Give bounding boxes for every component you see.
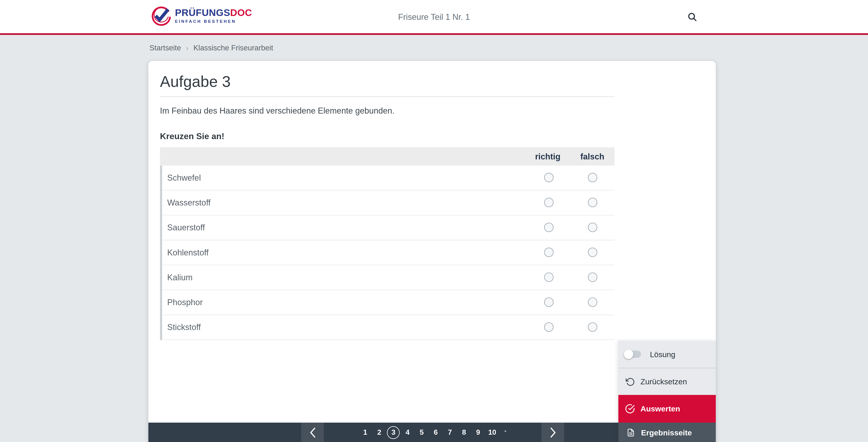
radio-cell-falsch xyxy=(570,198,614,207)
radio-cell-richtig xyxy=(527,198,570,207)
table-row: Phosphor xyxy=(162,290,615,315)
radio-cell-falsch xyxy=(570,223,614,232)
radio-richtig[interactable] xyxy=(544,273,553,282)
table-row: Schwefel xyxy=(162,166,615,190)
search-icon xyxy=(687,11,697,22)
breadcrumb: Startseite › Klassische Friseurarbeit xyxy=(0,35,868,61)
row-label: Phosphor xyxy=(162,298,528,307)
page-number-5[interactable]: 5 xyxy=(414,428,429,436)
table-row: Sauerstoff xyxy=(162,215,615,240)
row-label: Sauerstoff xyxy=(162,223,528,232)
row-label: Kalium xyxy=(162,273,528,282)
radio-richtig[interactable] xyxy=(544,223,553,232)
evaluate-button[interactable]: Auswerten xyxy=(618,395,716,423)
breadcrumb-home[interactable]: Startseite xyxy=(150,44,181,52)
table-row: Wasserstoff xyxy=(162,190,615,215)
page-number-4[interactable]: 4 xyxy=(401,428,414,436)
task-intro: Im Feinbau des Haares sind verschiedene … xyxy=(160,106,615,115)
table-body: Schwefel Wasserstoff Sauerstoff Kohlenst… xyxy=(160,166,615,340)
breadcrumb-separator-icon: › xyxy=(186,44,188,52)
radio-cell-falsch xyxy=(570,173,614,182)
radio-cell-richtig xyxy=(527,273,570,282)
radio-falsch[interactable] xyxy=(588,173,597,182)
page-number-8[interactable]: 8 xyxy=(457,428,471,436)
radio-richtig[interactable] xyxy=(544,198,553,207)
reset-label: Zurücksetzen xyxy=(641,377,687,386)
pagination-more-dot xyxy=(504,430,506,432)
title-divider xyxy=(160,96,615,97)
row-label: Stickstoff xyxy=(162,323,528,332)
document-icon xyxy=(625,428,636,438)
row-label: Wasserstoff xyxy=(162,198,528,207)
radio-cell-falsch xyxy=(570,298,614,307)
page-number-9[interactable]: 9 xyxy=(471,428,485,436)
page-list: 12345678910 xyxy=(358,423,506,442)
page-number-2[interactable]: 2 xyxy=(372,428,386,436)
table-row: Kohlenstoff xyxy=(162,240,615,265)
column-header-richtig: richtig xyxy=(525,152,570,161)
page-title: Friseure Teil 1 Nr. 1 xyxy=(0,12,868,21)
results-page-button[interactable]: Ergebnisseite xyxy=(618,423,716,442)
page-number-6[interactable]: 6 xyxy=(429,428,443,436)
radio-cell-richtig xyxy=(527,223,570,232)
chevron-right-icon xyxy=(549,427,556,438)
radio-cell-richtig xyxy=(527,173,570,182)
results-label: Ergebnisseite xyxy=(641,428,692,437)
page-number-7[interactable]: 7 xyxy=(443,428,457,436)
page: PRÜFUNGSDOC EINFACH BESTEHEN Friseure Te… xyxy=(0,0,868,442)
radio-richtig[interactable] xyxy=(544,323,553,332)
radio-falsch[interactable] xyxy=(588,223,597,232)
undo-icon xyxy=(625,377,635,387)
row-label: Schwefel xyxy=(162,173,528,182)
radio-falsch[interactable] xyxy=(588,323,597,332)
menu-button[interactable] xyxy=(708,10,717,23)
reset-button[interactable]: Zurücksetzen xyxy=(618,368,716,395)
radio-cell-richtig xyxy=(527,298,570,307)
solution-toggle[interactable] xyxy=(624,351,641,358)
action-panel: Lösung Zurücksetzen Auswerten xyxy=(618,341,716,442)
radio-cell-falsch xyxy=(570,248,614,257)
evaluate-label: Auswerten xyxy=(641,404,680,413)
search-button[interactable] xyxy=(686,10,698,23)
question-table: richtig falsch Schwefel Wasserstoff Saue… xyxy=(160,147,615,340)
radio-cell-richtig xyxy=(527,323,570,332)
solution-row: Lösung xyxy=(618,341,716,368)
solution-label: Lösung xyxy=(650,350,675,359)
page-number-3[interactable]: 3 xyxy=(386,428,401,436)
chevron-left-icon xyxy=(309,427,316,438)
row-label: Kohlenstoff xyxy=(162,248,528,257)
page-number-10[interactable]: 10 xyxy=(485,428,499,436)
next-page-button[interactable] xyxy=(541,423,564,442)
toggle-knob-icon xyxy=(624,349,633,359)
radio-falsch[interactable] xyxy=(588,198,597,207)
radio-falsch[interactable] xyxy=(588,248,597,257)
task-instruction: Kreuzen Sie an! xyxy=(160,131,615,141)
task-content: Aufgabe 3 Im Feinbau des Haares sind ver… xyxy=(160,61,615,340)
prev-page-button[interactable] xyxy=(301,423,324,442)
radio-cell-falsch xyxy=(570,323,614,332)
radio-falsch[interactable] xyxy=(588,273,597,282)
check-circle-icon xyxy=(625,404,635,414)
radio-richtig[interactable] xyxy=(544,298,553,307)
breadcrumb-current: Klassische Friseurarbeit xyxy=(193,44,273,52)
radio-richtig[interactable] xyxy=(544,248,553,257)
table-header-row: richtig falsch xyxy=(160,147,615,166)
radio-richtig[interactable] xyxy=(544,173,553,182)
app-header: PRÜFUNGSDOC EINFACH BESTEHEN Friseure Te… xyxy=(0,0,868,35)
radio-cell-falsch xyxy=(570,273,614,282)
radio-cell-richtig xyxy=(527,248,570,257)
table-row: Stickstoff xyxy=(162,315,615,340)
column-header-falsch: falsch xyxy=(570,152,614,161)
header-actions xyxy=(686,0,717,33)
page-number-1[interactable]: 1 xyxy=(358,428,372,436)
task-title: Aufgabe 3 xyxy=(160,61,615,91)
table-row: Kalium xyxy=(162,265,615,290)
radio-falsch[interactable] xyxy=(588,298,597,307)
